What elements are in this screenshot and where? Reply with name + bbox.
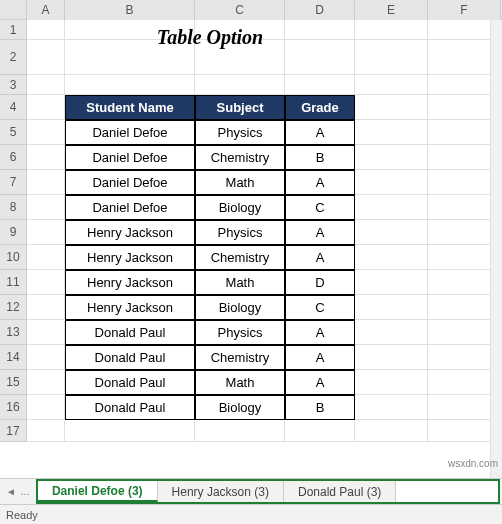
- td-grade[interactable]: A: [285, 245, 355, 270]
- row-header-10[interactable]: 10: [0, 245, 27, 270]
- cell[interactable]: [355, 295, 428, 320]
- td-subject[interactable]: Physics: [195, 220, 285, 245]
- td-grade[interactable]: A: [285, 320, 355, 345]
- th-subject[interactable]: Subject: [195, 95, 285, 120]
- row-header-7[interactable]: 7: [0, 170, 27, 195]
- td-grade[interactable]: C: [285, 295, 355, 320]
- td-student[interactable]: Daniel Defoe: [65, 170, 195, 195]
- td-student[interactable]: Henry Jackson: [65, 270, 195, 295]
- th-student[interactable]: Student Name: [65, 95, 195, 120]
- cell[interactable]: [355, 270, 428, 295]
- sheet-tab[interactable]: Henry Jackson (3): [158, 481, 284, 502]
- cell[interactable]: [27, 420, 65, 442]
- td-subject[interactable]: Chemistry: [195, 345, 285, 370]
- cell[interactable]: [355, 220, 428, 245]
- row-header-8[interactable]: 8: [0, 195, 27, 220]
- cell[interactable]: [355, 245, 428, 270]
- row-header-5[interactable]: 5: [0, 120, 27, 145]
- col-header-b[interactable]: B: [65, 0, 195, 20]
- cell[interactable]: [285, 75, 355, 95]
- cell[interactable]: [355, 345, 428, 370]
- cell[interactable]: [195, 420, 285, 442]
- td-grade[interactable]: B: [285, 395, 355, 420]
- td-student[interactable]: Donald Paul: [65, 370, 195, 395]
- td-student[interactable]: Donald Paul: [65, 320, 195, 345]
- cells-area[interactable]: Student NameSubjectGradeDaniel DefoePhys…: [27, 20, 502, 442]
- cell[interactable]: [27, 195, 65, 220]
- cell[interactable]: [27, 95, 65, 120]
- td-subject[interactable]: Biology: [195, 195, 285, 220]
- cell[interactable]: [355, 40, 428, 75]
- cell[interactable]: [27, 320, 65, 345]
- cell[interactable]: [285, 20, 355, 40]
- td-subject[interactable]: Math: [195, 270, 285, 295]
- cell[interactable]: [27, 145, 65, 170]
- row-header-16[interactable]: 16: [0, 395, 27, 420]
- td-grade[interactable]: A: [285, 170, 355, 195]
- td-student[interactable]: Henry Jackson: [65, 245, 195, 270]
- cell[interactable]: [355, 95, 428, 120]
- td-subject[interactable]: Math: [195, 370, 285, 395]
- cell[interactable]: [65, 40, 195, 75]
- td-subject[interactable]: Chemistry: [195, 245, 285, 270]
- row-header-14[interactable]: 14: [0, 345, 27, 370]
- tab-prev-icon[interactable]: ◄: [6, 486, 16, 497]
- cell[interactable]: [355, 145, 428, 170]
- td-subject[interactable]: Chemistry: [195, 145, 285, 170]
- cell[interactable]: [27, 270, 65, 295]
- td-student[interactable]: Henry Jackson: [65, 295, 195, 320]
- td-subject[interactable]: Physics: [195, 120, 285, 145]
- td-subject[interactable]: Math: [195, 170, 285, 195]
- col-header-f[interactable]: F: [428, 0, 501, 20]
- cell[interactable]: [27, 395, 65, 420]
- cell[interactable]: [27, 295, 65, 320]
- cell[interactable]: [355, 395, 428, 420]
- vertical-scrollbar[interactable]: [490, 20, 502, 478]
- cell[interactable]: [355, 120, 428, 145]
- cell[interactable]: [195, 20, 285, 40]
- row-header-4[interactable]: 4: [0, 95, 27, 120]
- cell[interactable]: [355, 170, 428, 195]
- cell[interactable]: [27, 345, 65, 370]
- cell[interactable]: [27, 245, 65, 270]
- cell[interactable]: [355, 20, 428, 40]
- td-grade[interactable]: A: [285, 345, 355, 370]
- row-header-3[interactable]: 3: [0, 75, 27, 95]
- cell[interactable]: [27, 40, 65, 75]
- cell[interactable]: [65, 20, 195, 40]
- td-grade[interactable]: C: [285, 195, 355, 220]
- cell[interactable]: [195, 40, 285, 75]
- row-header-17[interactable]: 17: [0, 420, 27, 442]
- col-header-e[interactable]: E: [355, 0, 428, 20]
- cell[interactable]: [65, 420, 195, 442]
- td-grade[interactable]: A: [285, 220, 355, 245]
- cell[interactable]: [65, 75, 195, 95]
- cell[interactable]: [355, 370, 428, 395]
- td-student[interactable]: Daniel Defoe: [65, 145, 195, 170]
- cell[interactable]: [285, 40, 355, 75]
- cell[interactable]: [355, 320, 428, 345]
- row-header-6[interactable]: 6: [0, 145, 27, 170]
- row-header-11[interactable]: 11: [0, 270, 27, 295]
- cell[interactable]: [27, 20, 65, 40]
- cell[interactable]: [355, 75, 428, 95]
- cell[interactable]: [285, 420, 355, 442]
- td-subject[interactable]: Physics: [195, 320, 285, 345]
- td-student[interactable]: Donald Paul: [65, 395, 195, 420]
- col-header-a[interactable]: A: [27, 0, 65, 20]
- th-grade[interactable]: Grade: [285, 95, 355, 120]
- row-header-12[interactable]: 12: [0, 295, 27, 320]
- row-header-9[interactable]: 9: [0, 220, 27, 245]
- select-all-corner[interactable]: [0, 0, 27, 20]
- cell[interactable]: [27, 170, 65, 195]
- row-header-1[interactable]: 1: [0, 20, 27, 40]
- td-student[interactable]: Henry Jackson: [65, 220, 195, 245]
- col-header-c[interactable]: C: [195, 0, 285, 20]
- cell[interactable]: [27, 220, 65, 245]
- td-grade[interactable]: B: [285, 145, 355, 170]
- td-student[interactable]: Donald Paul: [65, 345, 195, 370]
- cell[interactable]: [195, 75, 285, 95]
- cell[interactable]: [27, 120, 65, 145]
- cell[interactable]: [355, 420, 428, 442]
- td-subject[interactable]: Biology: [195, 295, 285, 320]
